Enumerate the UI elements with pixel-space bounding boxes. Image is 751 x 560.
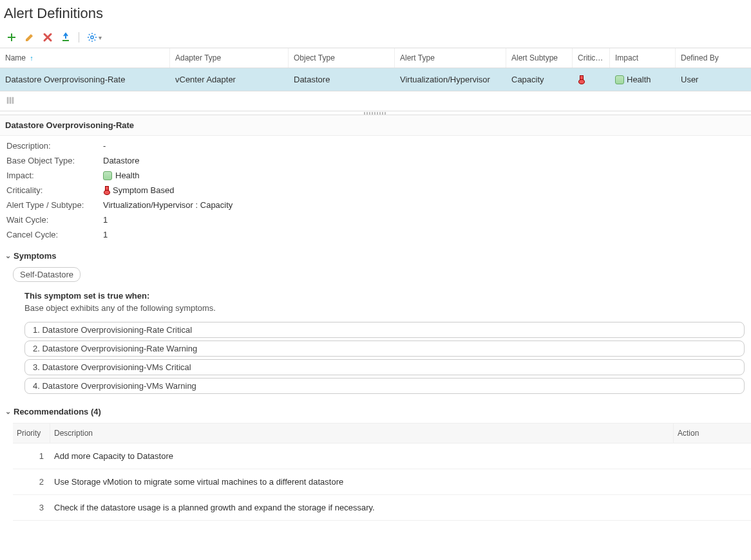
settings-dropdown[interactable]: ▾ [87, 32, 102, 42]
cell-alert-type: Virtualization/Hypervisor [395, 68, 506, 91]
rec-col-description[interactable]: Description [50, 424, 674, 443]
rec-action [674, 469, 751, 494]
thermometer-icon [578, 75, 584, 84]
rec-action [674, 443, 751, 469]
rec-priority: 2 [13, 469, 50, 494]
value-impact-text: Health [115, 171, 140, 180]
col-impact[interactable]: Impact [610, 48, 676, 68]
symptom-scope-pill: Self-Datastore [13, 267, 81, 282]
cell-impact-label: Health [627, 75, 651, 84]
cell-alert-subtype: Capacity [506, 68, 573, 91]
delete-icon[interactable] [43, 32, 53, 42]
col-adapter-type[interactable]: Adapter Type [170, 48, 289, 68]
col-object-type[interactable]: Object Type [289, 48, 395, 68]
symptom-set-desc: Base object exhibits any of the followin… [24, 303, 745, 313]
detail-panel: Datastore Overprovisoning-Rate Descripti… [0, 115, 751, 521]
svg-rect-1 [7, 97, 9, 104]
rec-col-action[interactable]: Action [674, 424, 751, 443]
value-criticality-text: Symptom Based [113, 185, 174, 195]
table-footer [0, 91, 751, 111]
rec-priority: 3 [13, 495, 50, 520]
cell-object-type: Datastore [289, 68, 395, 91]
value-description: - [103, 141, 106, 151]
label-cancel-cycle: Cancel Cycle: [6, 230, 103, 239]
recommendations-header-row: Priority Description Action [13, 423, 751, 443]
symptoms-toggle[interactable]: ⌄ Symptoms [0, 248, 751, 263]
symptom-item[interactable]: 4. Datastore Overprovisioning-VMs Warnin… [24, 378, 745, 394]
col-alert-subtype[interactable]: Alert Subtype [506, 48, 573, 68]
chevron-down-icon: ⌄ [5, 407, 11, 416]
sort-asc-icon: ↑ [30, 54, 33, 62]
recommendation-row[interactable]: 2 Use Storage vMotion to migrate some vi… [13, 469, 751, 495]
value-cancel-cycle: 1 [103, 230, 108, 239]
col-criticality[interactable]: Criticality [573, 48, 610, 68]
svg-point-0 [91, 36, 93, 39]
rec-description: Use Storage vMotion to migrate some virt… [50, 469, 674, 494]
table-header-row: Name ↑ Adapter Type Object Type Alert Ty… [0, 48, 751, 68]
symptoms-header: Symptoms [14, 251, 56, 261]
splitter[interactable] [0, 111, 751, 115]
label-base-object-type: Base Object Type: [6, 156, 103, 165]
recommendations-header: Recommendations (4) [14, 407, 101, 416]
value-impact: Health [103, 171, 140, 180]
symptom-item[interactable]: 2. Datastore Overprovisioning-Rate Warni… [24, 341, 745, 357]
symptom-set: This symptom set is true when: Base obje… [21, 287, 751, 404]
gear-icon [87, 32, 97, 42]
svg-rect-2 [10, 97, 12, 104]
cell-adapter-type: vCenter Adapter [170, 68, 289, 91]
label-description: Description: [6, 141, 103, 151]
col-alert-type[interactable]: Alert Type [395, 48, 506, 68]
table-row[interactable]: Datastore Overprovisoning-Rate vCenter A… [0, 68, 751, 91]
toolbar: ▾ [0, 24, 751, 48]
value-alert-type-subtype: Virtualization/Hypervisor : Capacity [103, 200, 233, 210]
recommendations-table: Priority Description Action 1 Add more C… [13, 423, 751, 521]
cell-criticality [573, 68, 610, 91]
cell-name: Datastore Overprovisoning-Rate [0, 68, 170, 91]
edit-icon[interactable] [24, 32, 35, 42]
rec-col-priority[interactable]: Priority [13, 424, 50, 443]
chevron-down-icon: ⌄ [5, 252, 11, 260]
cell-impact: Health [610, 68, 676, 91]
value-criticality: Symptom Based [103, 185, 174, 195]
thermometer-icon [103, 186, 109, 195]
col-name[interactable]: Name ↑ [0, 48, 170, 68]
label-impact: Impact: [6, 171, 103, 180]
rec-description: Check if the datastore usage is a planne… [50, 495, 674, 520]
add-icon[interactable] [6, 32, 17, 42]
cell-defined-by: User [676, 68, 740, 91]
page-title: Alert Definitions [0, 0, 751, 24]
column-picker-icon[interactable] [5, 95, 15, 106]
recommendation-row[interactable]: 3 Check if the datastore usage is a plan… [13, 495, 751, 521]
symptom-list: 1. Datastore Overprovisioning-Rate Criti… [24, 322, 745, 394]
symptom-set-title: This symptom set is true when: [24, 291, 745, 301]
splitter-handle[interactable] [364, 112, 387, 115]
value-wait-cycle: 1 [103, 215, 108, 225]
toolbar-separator [79, 32, 79, 42]
symptom-item[interactable]: 3. Datastore Overprovisioning-VMs Critic… [24, 359, 745, 375]
rec-priority: 1 [13, 443, 50, 469]
col-name-label: Name [5, 53, 26, 62]
recommendations-toggle[interactable]: ⌄ Recommendations (4) [0, 404, 751, 419]
detail-properties: Description: - Base Object Type: Datasto… [0, 136, 751, 248]
health-icon [615, 75, 624, 84]
svg-rect-3 [12, 97, 14, 104]
label-wait-cycle: Wait Cycle: [6, 215, 103, 225]
value-base-object-type: Datastore [103, 156, 139, 165]
recommendation-row[interactable]: 1 Add more Capacity to Datastore [13, 443, 751, 469]
health-icon [103, 171, 112, 180]
detail-title: Datastore Overprovisoning-Rate [0, 115, 751, 136]
rec-action [674, 495, 751, 520]
symptom-item[interactable]: 1. Datastore Overprovisioning-Rate Criti… [24, 322, 745, 338]
label-alert-type-subtype: Alert Type / Subtype: [6, 200, 103, 210]
rec-description: Add more Capacity to Datastore [50, 443, 674, 469]
chevron-down-icon: ▾ [99, 34, 102, 41]
label-criticality: Criticality: [6, 185, 103, 195]
export-icon[interactable] [61, 32, 71, 42]
col-defined-by[interactable]: Defined By [676, 48, 740, 68]
